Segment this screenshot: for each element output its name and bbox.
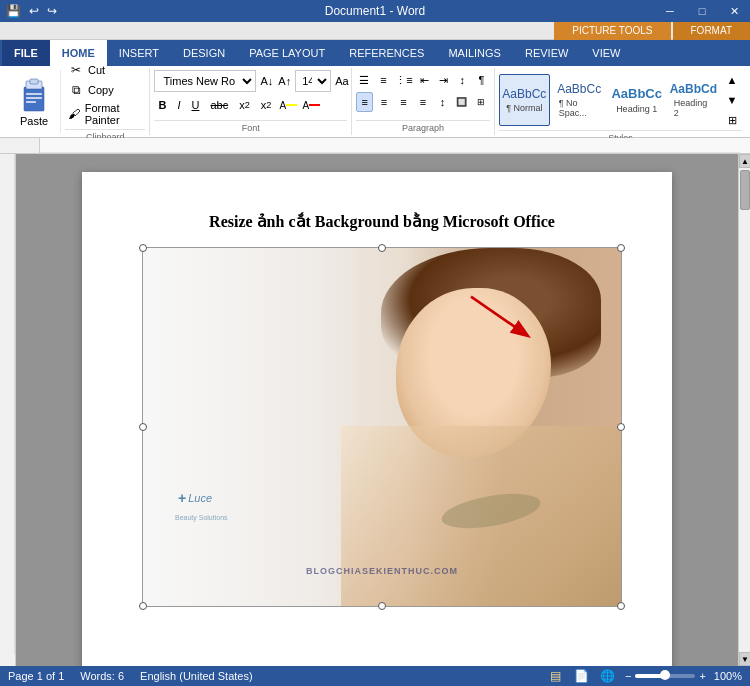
strikethrough-button[interactable]: abc [206, 94, 232, 116]
web-layout-btn[interactable]: 🌐 [599, 669, 617, 683]
superscript-button[interactable]: x2 [257, 94, 276, 116]
copy-button[interactable]: ⧉ Copy [65, 81, 145, 99]
subscript-button[interactable]: x2 [235, 94, 254, 116]
title-bar: 💾 ↩ ↪ Document1 - Word ─ □ ✕ [0, 0, 750, 22]
image-watermark: BLOGCHIASEKIENTHUC.COM [306, 566, 458, 576]
font-family-select[interactable]: Times New Ro [154, 70, 256, 92]
zoom-track[interactable] [635, 674, 695, 678]
decrease-indent-btn[interactable]: ⇤ [416, 70, 433, 90]
align-left-btn[interactable]: ≡ [356, 92, 373, 112]
tab-design[interactable]: DESIGN [171, 40, 237, 66]
style-heading1[interactable]: AaBbCc Heading 1 [609, 74, 665, 126]
tab-review[interactable]: REVIEW [513, 40, 580, 66]
minimize-button[interactable]: ─ [654, 0, 686, 22]
handle-br[interactable] [617, 602, 625, 610]
handle-tl[interactable] [139, 244, 147, 252]
tab-file[interactable]: FILE [2, 40, 50, 66]
zoom-in-btn[interactable]: + [699, 670, 705, 682]
font-size-select[interactable]: 14 [295, 70, 331, 92]
copy-icon: ⧉ [68, 82, 84, 98]
styles-more[interactable]: ⊞ [722, 110, 742, 130]
nospace-label: ¶ No Spac... [559, 98, 600, 118]
align-right-btn[interactable]: ≡ [395, 92, 412, 112]
zoom-thumb[interactable] [660, 670, 670, 680]
maximize-button[interactable]: □ [686, 0, 718, 22]
bold-button[interactable]: B [154, 94, 170, 116]
paragraph-group: ☰ ≡ ⋮≡ ⇤ ⇥ ↕ ¶ ≡ ≡ ≡ ≡ ↕ 🔲 ⊞ Paragraph [352, 68, 495, 135]
window-controls[interactable]: ─ □ ✕ [654, 0, 750, 22]
status-right: ▤ 📄 🌐 − + 100% [547, 669, 742, 683]
zoom-out-btn[interactable]: − [625, 670, 631, 682]
multilevel-btn[interactable]: ⋮≡ [394, 70, 413, 90]
zoom-level: 100% [714, 670, 742, 682]
word-count: Words: 6 [80, 670, 124, 682]
style-normal[interactable]: AaBbCc ¶ Normal [499, 74, 550, 126]
vertical-scrollbar[interactable]: ▲ ▼ [738, 154, 750, 666]
borders-btn[interactable]: ⊞ [473, 92, 490, 112]
document-title: Resize ảnh cắt Background bằng Microsoft… [142, 212, 622, 231]
scroll-up-btn[interactable]: ▲ [739, 154, 750, 168]
sort-btn[interactable]: ↕ [454, 70, 471, 90]
font-group: Times New Ro A↓ A↑ 14 Aa B I U abc x2 x2… [150, 68, 351, 135]
font-row2: B I U abc x2 x2 A A [154, 94, 346, 116]
paragraph-group-label: Paragraph [356, 120, 490, 133]
scroll-down-btn[interactable]: ▼ [739, 652, 750, 666]
styles-row: AaBbCc ¶ Normal AaBbCc ¶ No Spac... AaBb… [499, 70, 742, 130]
image-logo: + Luce [178, 490, 212, 506]
bullets-btn[interactable]: ☰ [356, 70, 373, 90]
italic-button[interactable]: I [173, 94, 184, 116]
handle-bm[interactable] [378, 602, 386, 610]
para-row1: ☰ ≡ ⋮≡ ⇤ ⇥ ↕ ¶ [356, 70, 490, 90]
handle-mr[interactable] [617, 423, 625, 431]
format-painter-button[interactable]: 🖌 Format Painter [65, 101, 145, 127]
font-decrease-btn[interactable]: A↓ [259, 71, 274, 91]
underline-button[interactable]: U [187, 94, 203, 116]
paste-button[interactable]: Paste [8, 70, 61, 133]
handle-ml[interactable] [139, 423, 147, 431]
quick-access-toolbar[interactable]: 💾 ↩ ↪ [4, 2, 59, 20]
zoom-slider[interactable]: − + [625, 670, 706, 682]
close-button[interactable]: ✕ [718, 0, 750, 22]
undo-quick-btn[interactable]: ↩ [27, 2, 41, 20]
read-mode-btn[interactable]: 📄 [573, 669, 591, 683]
show-formatting-btn[interactable]: ¶ [473, 70, 490, 90]
picture-tools-label: PICTURE TOOLS [554, 22, 670, 40]
ruler-main [40, 138, 750, 153]
document-scroll[interactable]: Resize ảnh cắt Background bằng Microsoft… [16, 154, 738, 666]
font-color-btn[interactable]: A [301, 95, 321, 115]
numbering-btn[interactable]: ≡ [375, 70, 392, 90]
font-increase-btn[interactable]: A↑ [277, 71, 292, 91]
style-no-spacing[interactable]: AaBbCc ¶ No Spac... [552, 74, 607, 126]
font-row1: Times New Ro A↓ A↑ 14 Aa [154, 70, 346, 92]
increase-indent-btn[interactable]: ⇥ [435, 70, 452, 90]
styles-scroll-up[interactable]: ▲ [722, 70, 742, 90]
tab-mailings[interactable]: MAILINGS [436, 40, 513, 66]
handle-bl[interactable] [139, 602, 147, 610]
tab-pagelayout[interactable]: PAGE LAYOUT [237, 40, 337, 66]
h2-label: Heading 2 [674, 98, 713, 118]
align-center-btn[interactable]: ≡ [375, 92, 392, 112]
save-quick-btn[interactable]: 💾 [4, 2, 23, 20]
ruler-left [0, 138, 40, 153]
svg-rect-5 [26, 101, 36, 103]
image-container[interactable]: + Luce Beauty Solutions BLOGCHIASEKIENTH… [142, 247, 622, 607]
redo-quick-btn[interactable]: ↪ [45, 2, 59, 20]
clear-format-btn[interactable]: Aa [334, 71, 349, 91]
picture-format-tab[interactable]: FORMAT [673, 22, 750, 40]
line-spacing-btn[interactable]: ↕ [434, 92, 451, 112]
cut-button[interactable]: ✂ Cut [65, 61, 145, 79]
style-heading2[interactable]: AaBbCd Heading 2 [667, 74, 720, 126]
justify-btn[interactable]: ≡ [414, 92, 431, 112]
scroll-thumb[interactable] [740, 170, 750, 210]
document-area: Resize ảnh cắt Background bằng Microsoft… [0, 154, 750, 666]
normal-label: ¶ Normal [506, 103, 542, 113]
text-highlight-btn[interactable]: A [278, 95, 298, 115]
print-layout-btn[interactable]: ▤ [547, 669, 565, 683]
shading-btn[interactable]: 🔲 [453, 92, 470, 112]
handle-tr[interactable] [617, 244, 625, 252]
styles-scroll-down[interactable]: ▼ [722, 90, 742, 110]
format-painter-icon: 🖌 [68, 106, 81, 122]
tab-references[interactable]: REFERENCES [337, 40, 436, 66]
tab-view[interactable]: VIEW [580, 40, 632, 66]
handle-tm[interactable] [378, 244, 386, 252]
